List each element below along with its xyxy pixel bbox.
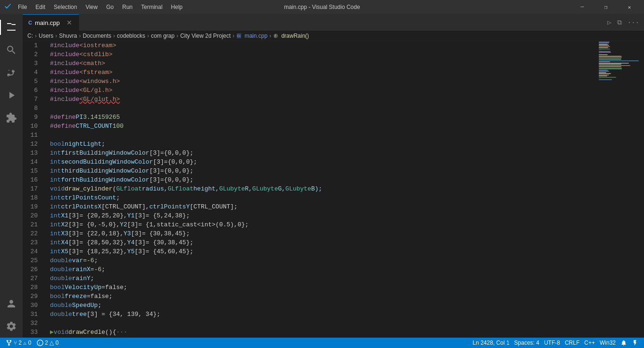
- breadcrumb: C: › Users › Shuvra › Documents › codebl…: [23, 31, 644, 41]
- breadcrumb-comgrap[interactable]: com grap: [151, 33, 174, 39]
- code-token: nightLight: [65, 140, 101, 149]
- breadcrumb-documents[interactable]: Documents: [83, 33, 111, 39]
- breadcrumb-function[interactable]: ƒ drawRain(): [273, 33, 309, 39]
- line-number: 14: [23, 157, 42, 166]
- code-token: [3]={0,0,0};: [149, 149, 194, 157]
- line-number: 12: [23, 140, 42, 149]
- minimap-line: [599, 71, 609, 72]
- code-token: void: [54, 328, 68, 337]
- code-token: [3] = {34, 139, 34};: [87, 310, 160, 319]
- code-token: int: [50, 175, 61, 184]
- code-line: int X2[3]= {0,-5,0}, Y2[3]= {1,static_ca…: [50, 220, 597, 229]
- language-status[interactable]: C++: [582, 340, 597, 346]
- code-token: CTRL_COUNT: [76, 122, 113, 131]
- breadcrumb-project[interactable]: City View 2d Project: [180, 33, 231, 39]
- menu-selection[interactable]: Selection: [50, 2, 81, 12]
- code-token: GLfloat: [116, 184, 142, 193]
- code-token: X4: [61, 238, 68, 247]
- breadcrumb-file[interactable]: C+ main.cpp: [236, 33, 267, 39]
- code-token: [CTRL_COUNT];: [190, 202, 237, 211]
- split-editor-button[interactable]: ⧉: [616, 18, 623, 27]
- line-number: 32: [23, 319, 42, 328]
- platform-status[interactable]: Win32: [598, 340, 618, 346]
- code-line: bool VelocityUp=false;: [50, 283, 597, 292]
- code-token: <cstdlib>: [79, 50, 112, 59]
- menu-view[interactable]: View: [82, 2, 101, 12]
- menu-terminal[interactable]: Terminal: [137, 2, 166, 12]
- line-number: 11: [23, 131, 42, 140]
- minimap-line: [599, 54, 608, 55]
- errors-status[interactable]: ! 2 △ 0: [35, 338, 60, 348]
- extensions-icon[interactable]: [0, 107, 23, 129]
- language-text: C++: [584, 340, 595, 346]
- run-button[interactable]: ▷: [606, 17, 612, 27]
- code-token: SpeedUp: [72, 301, 98, 310]
- code-token: R,: [245, 184, 253, 193]
- code-line: [50, 319, 597, 328]
- line-number: 6: [23, 86, 42, 95]
- code-line: #define CTRL_COUNT 100: [50, 122, 597, 131]
- minimap-line: [599, 50, 601, 50]
- source-control-icon[interactable]: [0, 61, 23, 84]
- account-icon[interactable]: [0, 292, 23, 315]
- breadcrumb-users[interactable]: Users: [39, 33, 53, 39]
- encoding-status[interactable]: UTF-8: [542, 340, 562, 346]
- code-token: -6: [87, 256, 94, 265]
- code-token: tree: [72, 310, 87, 319]
- settings-icon[interactable]: [0, 315, 23, 338]
- line-number: 18: [23, 193, 42, 202]
- breadcrumb-drive[interactable]: C:: [27, 33, 33, 39]
- close-button[interactable]: ✕: [619, 0, 640, 14]
- search-icon[interactable]: [0, 39, 23, 61]
- breadcrumb-codeblocks[interactable]: codeblocks: [117, 33, 145, 39]
- code-token: ;: [101, 140, 105, 149]
- window-controls: ─ ❐ ✕: [571, 0, 640, 14]
- line-number: 13: [23, 149, 42, 157]
- code-token: PI: [76, 113, 83, 122]
- more-actions-button[interactable]: ···: [627, 18, 640, 27]
- code-token: GLubyte: [252, 184, 278, 193]
- tab-close-button[interactable]: ✕: [66, 19, 73, 26]
- menu-run[interactable]: Run: [118, 2, 136, 12]
- code-token: #define: [50, 122, 76, 131]
- code-token: =false;: [87, 292, 113, 301]
- run-debug-icon[interactable]: [0, 84, 23, 107]
- line-number: 23: [23, 238, 42, 247]
- cursor-position[interactable]: Ln 2428, Col 1: [471, 340, 512, 346]
- explorer-icon[interactable]: [0, 16, 23, 39]
- menu-help[interactable]: Help: [167, 2, 187, 12]
- menu-go[interactable]: Go: [102, 2, 117, 12]
- menu-file[interactable]: File: [14, 2, 31, 12]
- code-content[interactable]: #include <iostream>#include <cstdlib>#in…: [46, 41, 597, 338]
- code-token: Y4: [127, 238, 135, 247]
- line-number: 19: [23, 202, 42, 211]
- menu-edit[interactable]: Edit: [32, 2, 49, 12]
- line-number: 21: [23, 220, 42, 229]
- remote-status[interactable]: [630, 340, 640, 346]
- code-token: <GL/gl.h>: [79, 86, 112, 95]
- code-token: int: [50, 247, 61, 256]
- notification-bell[interactable]: [619, 340, 629, 346]
- code-token: secondBuildingWindowColor: [61, 157, 153, 166]
- code-line: int thirdBuildingWindowColor[3]={0,0,0};: [50, 166, 597, 175]
- line-number: 20: [23, 211, 42, 220]
- code-token: [3]= {28,50,32},: [68, 238, 127, 247]
- minimap-content: [597, 41, 644, 338]
- restore-button[interactable]: ❐: [595, 0, 617, 14]
- code-token: #include: [50, 95, 79, 104]
- git-branch-status[interactable]: ⑂ 2 △ 0: [4, 338, 33, 348]
- code-token: ;: [98, 301, 101, 310]
- code-token: VelocityUp: [65, 283, 101, 292]
- minimize-button[interactable]: ─: [571, 0, 593, 14]
- line-number: 3: [23, 59, 42, 68]
- minimap-line: [599, 52, 611, 53]
- indentation[interactable]: Spaces: 4: [512, 340, 541, 346]
- code-token: [3]= {1,static_cast<int>(0.5),0};: [127, 220, 248, 229]
- minimap-line: [599, 68, 622, 69]
- code-token: ;: [91, 274, 94, 283]
- code-token: -6: [94, 265, 102, 274]
- line-ending-status[interactable]: CRLF: [563, 340, 581, 346]
- breadcrumb-shuvra[interactable]: Shuvra: [59, 33, 77, 39]
- minimap-line: [599, 42, 609, 43]
- tab-main-cpp[interactable]: C main.cpp ✕: [23, 14, 79, 31]
